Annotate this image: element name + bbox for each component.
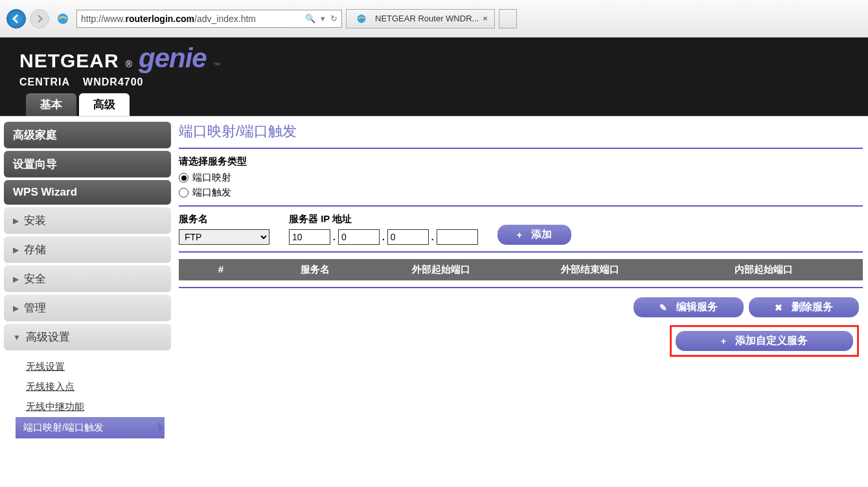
ie-icon xyxy=(354,12,369,26)
plus-icon: + xyxy=(721,336,726,346)
select-service[interactable]: FTP xyxy=(179,229,269,245)
sidebar-sub-portfwd[interactable]: 端口映射/端口触发 xyxy=(16,417,165,438)
brand-logo: NETGEAR xyxy=(19,50,119,72)
refresh-icon[interactable]: ↻ xyxy=(330,14,337,23)
sidebar-sub-repeater[interactable]: 无线中继功能 xyxy=(26,397,171,417)
col-int-start-port: 内部起始端口 xyxy=(665,259,863,280)
highlight-box: + 添加自定义服务 xyxy=(670,325,859,357)
sidebar-item-install[interactable]: ▶安装 xyxy=(4,207,171,234)
back-button[interactable] xyxy=(6,9,26,28)
radio-unchecked-icon xyxy=(179,188,188,198)
sidebar-item-security[interactable]: ▶安全 xyxy=(4,266,171,292)
main-content: 端口映射/端口触发 请选择服务类型 端口映射 端口触发 服务名 FTP 服务器 … xyxy=(175,117,868,447)
close-icon[interactable]: × xyxy=(483,14,488,23)
col-ext-start-port: 外部起始端口 xyxy=(367,259,516,280)
sidebar-item-wps-wizard[interactable]: WPS Wizard xyxy=(4,180,171,205)
label-select-service-type: 请选择服务类型 xyxy=(179,155,863,168)
dropdown-icon[interactable]: ▾ xyxy=(321,14,325,23)
ip-octet-4[interactable] xyxy=(437,229,478,245)
add-button[interactable]: + 添加 xyxy=(497,225,571,245)
tab-advanced[interactable]: 高级 xyxy=(79,93,130,116)
browser-toolbar: http://www.routerlogin.com/adv_index.htm… xyxy=(0,0,868,38)
chevron-right-icon: ▶ xyxy=(13,245,19,255)
plus-icon: + xyxy=(517,230,522,240)
radio-port-forward[interactable]: 端口映射 xyxy=(179,172,863,184)
ip-octet-2[interactable] xyxy=(338,229,380,245)
model-name: CENTRIA xyxy=(19,76,70,88)
delete-service-button[interactable]: ✖ 删除服务 xyxy=(749,297,859,317)
pencil-icon: ✎ xyxy=(659,302,667,313)
address-bar[interactable]: http://www.routerlogin.com/adv_index.htm… xyxy=(76,10,342,28)
ip-octet-3[interactable] xyxy=(387,229,429,245)
search-icon[interactable]: 🔍 xyxy=(305,14,315,23)
ie-icon xyxy=(56,12,70,26)
arrow-right-icon xyxy=(35,14,44,23)
new-tab-button[interactable] xyxy=(499,9,517,28)
add-custom-service-button[interactable]: + 添加自定义服务 xyxy=(676,331,853,351)
url-text: http://www.routerlogin.com/adv_index.htm xyxy=(81,14,305,24)
label-server-ip: 服务器 IP 地址 xyxy=(289,213,478,225)
chevron-right-icon: ▶ xyxy=(13,216,19,225)
chevron-down-icon: ▼ xyxy=(13,333,21,342)
radio-port-trigger[interactable]: 端口触发 xyxy=(179,187,863,199)
sidebar-item-management[interactable]: ▶管理 xyxy=(4,295,171,321)
sidebar-item-storage[interactable]: ▶存储 xyxy=(4,236,171,263)
col-number: # xyxy=(179,259,263,280)
sidebar-item-advanced-settings[interactable]: ▼高级设置 xyxy=(4,324,171,350)
sidebar-item-advanced-home[interactable]: 高级家庭 xyxy=(4,122,171,148)
sidebar-sub-wireless[interactable]: 无线设置 xyxy=(26,357,171,377)
arrow-left-icon xyxy=(11,14,21,24)
col-ext-end-port: 外部结束端口 xyxy=(516,259,665,280)
browser-tab[interactable]: NETGEAR Router WNDR... × xyxy=(346,9,495,28)
x-icon: ✖ xyxy=(775,302,782,313)
tab-basic[interactable]: 基本 xyxy=(26,93,76,116)
chevron-right-icon: ▶ xyxy=(13,304,19,313)
product-name: WNDR4700 xyxy=(83,76,143,88)
col-service-name: 服务名 xyxy=(263,259,367,280)
tab-title: NETGEAR Router WNDR... xyxy=(375,14,479,23)
radio-checked-icon xyxy=(179,173,188,183)
ip-octet-1[interactable] xyxy=(289,229,330,245)
forward-button[interactable] xyxy=(30,9,49,28)
page-header: NETGEAR® genie™ CENTRIA WNDR4700 基本 高级 xyxy=(0,38,868,116)
page-title: 端口映射/端口触发 xyxy=(179,122,863,141)
sidebar-item-setup-wizard[interactable]: 设置向导 xyxy=(4,151,171,177)
sidebar: 高级家庭 设置向导 WPS Wizard ▶安装 ▶存储 ▶安全 ▶管理 ▼高级… xyxy=(0,117,175,447)
genie-logo: genie xyxy=(139,43,207,74)
label-service-name: 服务名 xyxy=(179,213,269,225)
chevron-right-icon: ▶ xyxy=(13,275,19,284)
table-header: # 服务名 外部起始端口 外部结束端口 内部起始端口 xyxy=(179,259,863,280)
edit-service-button[interactable]: ✎ 编辑服务 xyxy=(634,297,744,317)
sidebar-sub-ap[interactable]: 无线接入点 xyxy=(26,377,171,397)
